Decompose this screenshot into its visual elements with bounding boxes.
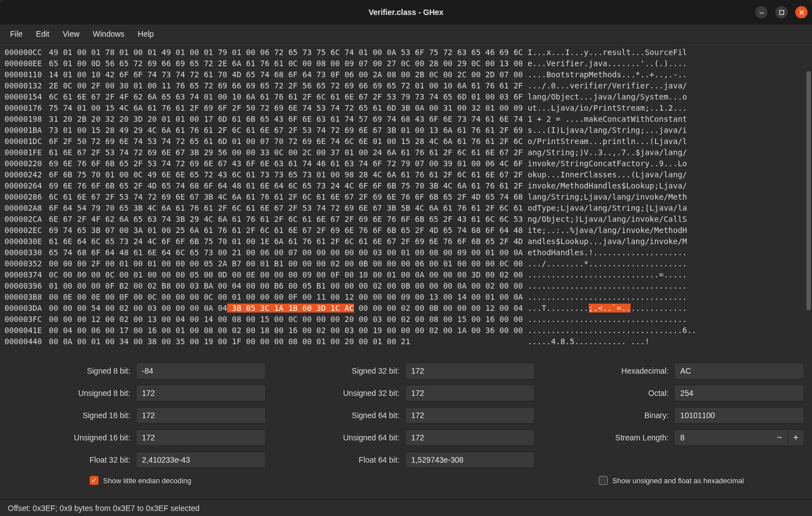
hex-ascii[interactable]: .................................6.. [523, 326, 697, 335]
hex-ascii[interactable]: I...x...I...y...result...SourceFil [523, 48, 687, 57]
hex-row[interactable]: 000002EC 69 74 65 3B 07 00 3A 01 00 25 6… [4, 225, 808, 236]
hex-bytes[interactable]: 00 04 00 06 00 17 00 16 00 01 00 08 00 0… [44, 326, 523, 335]
little-endian-checkbox-row[interactable]: Show little endian decoding [8, 476, 273, 485]
inspector-value[interactable]: 172 [136, 385, 266, 401]
hex-row[interactable]: 000002A8 6F 64 54 79 70 65 3B 4C 6A 61 7… [4, 202, 808, 214]
hex-row[interactable]: 00000132 2E 0C 00 2F 00 30 01 00 11 76 6… [4, 80, 808, 91]
hex-ascii[interactable]: odType;Ljava/lang/String;[Ljava/la [523, 204, 687, 212]
hex-bytes[interactable]: 49 01 00 01 78 01 00 01 49 01 00 01 79 0… [44, 48, 523, 57]
hex-row[interactable]: 000003B8 00 0E 00 0E 00 0F 00 0C 00 00 0… [4, 291, 808, 302]
menu-item-file[interactable]: File [4, 27, 28, 41]
hex-ascii[interactable]: e...Verifier.java.......'..(.).... [523, 59, 687, 68]
hex-ascii[interactable]: ............................=..... [523, 270, 687, 279]
hex-row[interactable]: 00000220 69 6E 76 6F 6B 65 2F 53 74 72 6… [4, 158, 808, 169]
hex-row[interactable]: 000000CC 49 01 00 01 78 01 00 01 49 01 0… [4, 47, 808, 58]
hex-ascii[interactable]: ....BootstrapMethods...*..+..,.-.. [523, 70, 687, 79]
scrollbar-thumb[interactable] [806, 71, 811, 310]
stepper-plus[interactable]: + [788, 429, 804, 446]
hex-row[interactable]: 000001DC 6F 2F 50 72 69 6E 74 53 74 72 6… [4, 136, 808, 147]
hex-ascii[interactable]: .....4.8.5........... ...! [410, 337, 649, 346]
hex-bytes[interactable]: 00 0E 00 0E 00 0F 00 0C 00 00 00 0C 00 0… [44, 292, 523, 301]
hex-bytes[interactable]: 01 00 00 00 0F B2 00 02 B8 00 03 BA 00 0… [44, 281, 523, 290]
hex-bytes[interactable]: 61 6E 64 6C 65 73 24 4C 6F 6F 6B 75 70 0… [44, 237, 523, 246]
hex-row[interactable]: 00000374 0C 00 00 00 0C 00 01 00 00 00 0… [4, 269, 808, 280]
inspector-value[interactable]: 10101100 [674, 407, 804, 424]
hex-ascii[interactable]: ite;..:..%java/lang/invoke/MethodH [523, 226, 687, 235]
hex-bytes[interactable]: 00 00 00 54 00 02 00 03 00 00 00 0A 04 3… [44, 304, 523, 312]
hex-ascii[interactable]: lang/Object...java/lang/System...o [523, 92, 687, 101]
hex-row[interactable]: 00000242 6F 6B 75 70 01 00 0C 49 6E 6E 6… [4, 169, 808, 180]
inspector-value[interactable]: 8 [674, 429, 772, 446]
little-endian-checkbox[interactable] [90, 476, 99, 485]
scrollbar-vertical[interactable] [806, 49, 811, 347]
hex-ascii[interactable]: okup...InnerClasses...(Ljava/lang/ [523, 170, 687, 179]
hex-ascii[interactable]: lang/String;Ljava/lang/invoke/Meth [523, 192, 687, 201]
stepper-minus[interactable]: − [771, 429, 788, 446]
hex-row[interactable]: 00000352 00 00 00 2F 00 01 00 01 00 00 0… [4, 258, 808, 269]
menu-item-edit[interactable]: Edit [31, 27, 55, 41]
inspector-value[interactable]: 254 [674, 385, 804, 401]
hex-bytes[interactable]: 65 01 00 0D 56 65 72 69 66 69 65 72 2E 6… [44, 59, 523, 68]
hex-row[interactable]: 0000041E 00 04 00 06 00 17 00 16 00 01 0… [4, 325, 808, 336]
hex-bytes[interactable]: 00 00 00 2F 00 01 00 01 00 00 00 05 2A B… [44, 259, 523, 268]
hex-bytes[interactable]: 65 74 68 6F 64 48 61 6E 64 6C 65 73 00 2… [44, 248, 523, 257]
hex-row[interactable]: 00000396 01 00 00 00 0F B2 00 02 B8 00 0… [4, 280, 808, 291]
unsigned-hex-checkbox[interactable] [599, 476, 608, 485]
menu-item-help[interactable]: Help [132, 27, 160, 41]
hex-ascii[interactable]: .................................. [523, 281, 687, 290]
hex-row[interactable]: 00000110 14 01 00 10 42 6F 6F 74 73 74 7… [4, 69, 808, 80]
inspector-value[interactable]: 172 [136, 429, 266, 446]
hex-bytes[interactable]: 00 00 00 12 00 02 00 13 00 04 00 14 00 0… [44, 315, 523, 324]
close-button[interactable] [795, 6, 808, 18]
hex-bytes[interactable]: 00 0A 00 01 00 34 00 38 00 35 00 19 00 1… [44, 337, 410, 346]
hex-bytes[interactable]: 31 20 2B 20 32 20 3D 20 01 01 00 17 6D 6… [44, 115, 523, 123]
hex-row[interactable]: 00000154 6C 61 6E 67 2F 4F 62 6A 65 63 7… [4, 91, 808, 102]
hex-row[interactable]: 000001FE 61 6E 67 2F 53 74 72 69 6E 67 3… [4, 147, 808, 158]
hex-ascii[interactable]: ...T.........;.<..`=.............. [523, 304, 687, 312]
hex-row[interactable]: 00000176 75 74 01 00 15 4C 6A 61 76 61 2… [4, 102, 808, 113]
hex-bytes[interactable]: 14 01 00 10 42 6F 6F 74 73 74 72 61 70 4… [44, 70, 523, 79]
hex-row[interactable]: 000003DA 00 00 00 54 00 02 00 03 00 00 0… [4, 302, 808, 314]
hex-bytes[interactable]: 69 74 65 3B 07 00 3A 01 00 25 6A 61 76 6… [44, 226, 523, 235]
hex-bytes[interactable]: 6E 67 2F 4F 62 6A 65 63 74 3B 29 4C 6A 6… [44, 215, 523, 224]
hex-ascii[interactable]: .../.0...verifier/Verifier...java/ [523, 81, 687, 90]
menu-item-view[interactable]: View [57, 27, 85, 41]
hex-bytes[interactable]: 6F 6B 75 70 01 00 0C 49 6E 6E 65 72 43 6… [44, 170, 523, 179]
hex-row[interactable]: 00000286 6C 61 6E 67 2F 53 74 72 69 6E 6… [4, 191, 808, 202]
hex-row[interactable]: 00000440 00 0A 00 01 00 34 00 38 00 35 0… [4, 336, 808, 347]
hex-row[interactable]: 0000030E 61 6E 64 6C 65 73 24 4C 6F 6F 6… [4, 236, 808, 247]
hex-bytes[interactable]: 2E 0C 00 2F 00 30 01 00 11 76 65 72 69 6… [44, 81, 523, 90]
hex-ascii[interactable]: ut...Ljava/io/PrintStream;..1.2... [523, 103, 687, 112]
hex-ascii[interactable]: ethodHandles.!.................... [523, 248, 687, 257]
hex-bytes[interactable]: 69 6E 76 6F 6B 65 2F 4D 65 74 68 6F 64 4… [44, 181, 523, 190]
inspector-value[interactable]: 172 [405, 429, 535, 446]
hex-row[interactable]: 000000EE 65 01 00 0D 56 65 72 69 66 69 6… [4, 58, 808, 69]
hex-ascii[interactable]: ng/Object;)Ljava/lang/invoke/CallS [523, 215, 687, 224]
hex-ascii[interactable]: s...(I)Ljava/lang/String;...java/i [523, 126, 687, 135]
hex-bytes[interactable]: 6C 61 6E 67 2F 53 74 72 69 6E 67 3B 4C 6… [44, 192, 523, 201]
hex-row[interactable]: 000003FC 00 00 00 12 00 02 00 13 00 04 0… [4, 314, 808, 325]
inspector-value[interactable]: 172 [405, 385, 535, 401]
hex-ascii[interactable]: ang/String;)V..3..,.7..$java/lang/ [523, 148, 687, 157]
hex-ascii[interactable]: .................................. [523, 315, 687, 324]
inspector-value[interactable]: 2,410233e-43 [136, 452, 266, 468]
inspector-value[interactable]: 172 [405, 363, 535, 379]
hex-ascii[interactable]: .../........*..................... [523, 259, 687, 268]
hex-bytes[interactable]: 73 01 00 15 28 49 29 4C 6A 61 76 61 2F 6… [44, 126, 523, 135]
hex-row[interactable]: 00000264 69 6E 76 6F 6B 65 2F 4D 65 74 6… [4, 180, 808, 191]
inspector-value[interactable]: 172 [405, 407, 535, 424]
hex-bytes[interactable]: 6C 61 6E 67 2F 4F 62 6A 65 63 74 01 00 1… [44, 92, 523, 101]
hex-bytes[interactable]: 6F 64 54 79 70 65 3B 4C 6A 61 76 61 2F 6… [44, 204, 523, 212]
hex-view[interactable]: 000000CC 49 01 00 01 78 01 00 01 49 01 0… [0, 43, 812, 353]
hex-bytes[interactable]: 0C 00 00 00 0C 00 01 00 00 00 05 00 0D 0… [44, 270, 523, 279]
hex-row[interactable]: 000001BA 73 01 00 15 28 49 29 4C 6A 61 7… [4, 125, 808, 136]
unsigned-hex-checkbox-row[interactable]: Show unsigned and float as hexadecimal [539, 476, 804, 485]
hex-bytes[interactable]: 69 6E 76 6F 6B 65 2F 53 74 72 69 6E 67 4… [44, 159, 523, 168]
hex-ascii[interactable]: 1 + 2 = ....makeConcatWithConstant [523, 115, 687, 123]
hex-ascii[interactable]: invoke/StringConcatFactory..9...Lo [523, 159, 687, 168]
hex-row[interactable]: 000002CA 6E 67 2F 4F 62 6A 65 63 74 3B 2… [4, 214, 808, 225]
hex-ascii[interactable]: .................................. [523, 292, 687, 301]
hex-ascii[interactable]: andles$Lookup...java/lang/invoke/M [523, 237, 687, 246]
maximize-button[interactable] [775, 6, 788, 18]
stream-length-stepper[interactable]: 8−+ [674, 429, 804, 446]
